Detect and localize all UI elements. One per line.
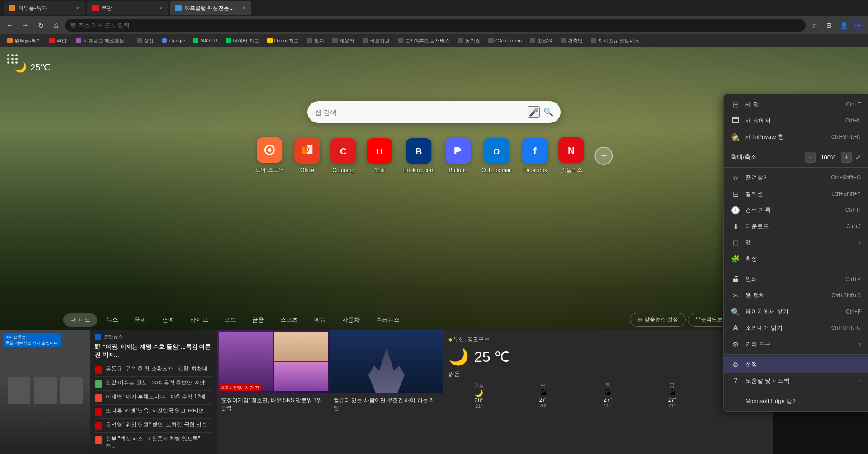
tab-item-3[interactable]: 하프클럽·패션전문... × xyxy=(170,1,251,15)
menu-history[interactable]: 🕐 검색 기록 Ctrl+H xyxy=(724,202,868,218)
favorites-icon[interactable]: ☆ xyxy=(808,19,821,32)
tab-item-1[interactable]: 위투플-특가 × xyxy=(4,1,85,15)
quick-link-11st[interactable]: 11 11st xyxy=(367,138,392,173)
bookmark-donggi[interactable]: 동기소 xyxy=(454,37,484,45)
svg-text:C: C xyxy=(340,146,346,156)
bookmark-saeyulter[interactable]: 새율터 xyxy=(329,37,358,45)
bookmark-naver[interactable]: NAVER xyxy=(189,37,221,44)
search-input[interactable] xyxy=(315,108,524,116)
menu-new-inprivate[interactable]: 🕵 새 InPrivate 창 Ctrl+Shift+N xyxy=(724,129,868,145)
list-item[interactable]: 유동규, 구속 후 첫 소환조사...검찰, 화천대... xyxy=(95,363,212,377)
tab-close-1[interactable]: × xyxy=(76,5,80,12)
menu-history-label: 검색 기록 xyxy=(745,206,840,214)
tab-title-1: 위투플-특가 xyxy=(18,5,47,12)
news-card-main: 이대선특보특검 거부하는 자가 범인이다. 연합뉴스 xyxy=(0,330,217,454)
news-tab-auto[interactable]: 자동차 xyxy=(335,313,367,327)
weather-widget: 🌙 25℃ xyxy=(14,61,50,73)
list-item[interactable]: 집값 이슈는 뒷전...여야 유력 후보만 겨냥... xyxy=(95,377,212,391)
zoom-in-button[interactable]: + xyxy=(841,152,852,163)
news-tab-menu[interactable]: 메뉴 xyxy=(307,313,333,327)
bookmark-settings[interactable]: 설정 xyxy=(133,37,157,45)
menu-print-shortcut: Ctrl+P xyxy=(845,276,861,282)
menu-more-tools[interactable]: ⚙ 기타 도구 › xyxy=(724,336,868,352)
quick-link-outlook[interactable]: O Outlook.mail xyxy=(481,138,512,173)
bookmark-minwon[interactable]: 민원24 xyxy=(526,37,556,45)
tab-close-2[interactable]: × xyxy=(159,5,163,12)
menu-print[interactable]: 🖨 인쇄 Ctrl+P xyxy=(724,271,868,287)
menu-downloads[interactable]: ⬇ 다운로드 Ctrl+J xyxy=(724,218,868,234)
news-headline-main[interactable]: 野 "여권, 이제는 재명 수호 들임"...특검 여론전 박자... xyxy=(95,343,212,359)
list-item[interactable]: 또다른 '키맨' 남욱, 자진입국 않고 버티면... xyxy=(95,405,212,419)
profile-icon[interactable]: 👤 xyxy=(837,19,850,32)
tab-favicon-1 xyxy=(9,5,15,11)
menu-collections[interactable]: ⊟ 컬렉션 Ctrl+Shift+Y xyxy=(724,186,868,202)
menu-help[interactable]: ? 도움말 및 피드백 › xyxy=(724,373,868,389)
bookmark-selflaw[interactable]: 자치법규 정보시스... xyxy=(587,37,647,45)
quick-link-oa[interactable]: 오아 스토어 xyxy=(255,137,283,174)
news-tab-sports[interactable]: 스포츠 xyxy=(273,313,305,327)
bookmark-daum-map[interactable]: Daum 지도 xyxy=(264,37,302,45)
bookmark-coupang[interactable]: 쿠팡! xyxy=(46,37,71,45)
bookmark-naver-map[interactable]: 네이버 지도 xyxy=(222,37,263,45)
source-icon xyxy=(95,334,101,340)
bookmark-halfclub[interactable]: 하프클럽·패션전문... xyxy=(72,37,132,45)
bookmark-architecture[interactable]: 건축법 xyxy=(557,37,586,45)
menu-new-window[interactable]: 🗔 새 창에서 Ctrl+N xyxy=(724,112,868,129)
bookmark-kookto[interactable]: 국토정보 xyxy=(359,37,393,45)
list-item[interactable]: 이재명 "내가 부채도사냐...예측 수익 12배 ... xyxy=(95,391,212,405)
zoom-expand-button[interactable]: ⤢ xyxy=(855,154,861,161)
bookmark-wituple[interactable]: 위투플-특가 xyxy=(4,37,45,45)
forward-button[interactable]: → xyxy=(19,19,32,32)
home-button[interactable]: ⌂ xyxy=(50,19,62,32)
news-tab-ent[interactable]: 연예 xyxy=(155,313,181,327)
quick-link-booking[interactable]: B Booking.com xyxy=(403,138,434,173)
bookmark-google[interactable]: Google xyxy=(158,37,189,44)
quick-link-coupang[interactable]: C Coupang xyxy=(331,138,356,173)
menu-settings[interactable]: ⚙ 설정 xyxy=(724,356,868,373)
quick-link-facebook[interactable]: f Facebook xyxy=(523,138,548,173)
menu-new-tab[interactable]: ⊞ 새 탭 Ctrl+T xyxy=(724,96,868,112)
menu-find[interactable]: 🔍 페이지에서 찾기 Ctrl+F xyxy=(724,304,868,320)
menu-more-tools-label: 기타 도구 xyxy=(745,340,854,348)
menu-apps[interactable]: ⊞ 앱 › xyxy=(724,234,868,251)
quick-link-buffoon[interactable]: Buffoon xyxy=(445,138,471,173)
list-item[interactable]: 정부 "백신 패스, 미접종자 차별 없도록"..격... xyxy=(95,433,212,453)
news-tab-news[interactable]: 뉴스 xyxy=(99,313,125,327)
history-icon: 🕐 xyxy=(731,206,740,215)
quick-link-netflix[interactable]: N 넷플릭스 xyxy=(559,137,584,174)
menu-read-aloud[interactable]: A 소리내어 읽기 Ctrl+Shift+U xyxy=(724,320,868,336)
collections-icon[interactable]: ⊟ xyxy=(823,19,835,32)
menu-close-edge[interactable]: Microsoft Edge 닫기 xyxy=(724,393,868,409)
tab-item-2[interactable]: 쿠팡! × xyxy=(87,1,168,15)
news-tab-feed[interactable]: 내 피드 xyxy=(63,313,97,327)
news-tab-finance[interactable]: 금융 xyxy=(245,313,271,327)
back-button[interactable]: ← xyxy=(4,19,16,32)
search-button[interactable]: 🔍 xyxy=(543,107,553,117)
news-tab-top[interactable]: 주요뉴스 xyxy=(369,313,407,327)
refresh-button[interactable]: ↻ xyxy=(34,19,47,32)
menu-favorites[interactable]: ☆ 즐겨찾기 Ctrl+Shift+O xyxy=(724,169,868,186)
news-tab-intl[interactable]: 국제 xyxy=(127,313,153,327)
menu-extensions[interactable]: 🧩 확장 xyxy=(724,251,868,267)
tab-close-3[interactable]: × xyxy=(242,5,246,12)
bookmark-cad[interactable]: CAD Forum xyxy=(485,37,525,44)
news-card-gaming[interactable]: 컴퓨터 있는 사람이면 무조건 해야 하는 게임! xyxy=(330,330,443,454)
news-settings-button[interactable]: ⚙ 맞춤뉴스 설정 xyxy=(630,313,686,327)
bookmark-toji[interactable]: 토지 xyxy=(303,37,328,45)
news-card2-image: 스포츠경향: 4시간 전 xyxy=(217,330,330,393)
settings-icon[interactable]: ⋯ xyxy=(852,19,864,32)
zoom-out-button[interactable]: − xyxy=(805,152,816,163)
menu-webcapture[interactable]: ✂ 웹 캡처 Ctrl+Shift+S xyxy=(724,287,868,304)
news-tab-life[interactable]: 라이프 xyxy=(183,313,215,327)
news-tab-photo[interactable]: 포토 xyxy=(217,313,243,327)
menu-extensions-label: 확장 xyxy=(745,255,861,263)
microphone-button[interactable]: 🎤 xyxy=(528,106,540,118)
news-card-sports[interactable]: 스포츠경향: 4시간 전 '오징어게임' 정호연, 배우 SNS 팔로워 1위 … xyxy=(217,330,330,454)
address-bar[interactable] xyxy=(65,19,806,32)
edit-location-icon[interactable]: ✏ xyxy=(485,336,490,342)
bookmark-urban[interactable]: 도시계획정보서비스 xyxy=(394,37,453,45)
new-tab-icon: ⊞ xyxy=(731,100,740,109)
add-quick-link-button[interactable]: + xyxy=(595,147,613,165)
list-item[interactable]: 윤석열 "위장 당원" 발언, 모처럼 국힘 상승... xyxy=(95,419,212,433)
quick-link-office[interactable]: O Office xyxy=(295,138,320,173)
